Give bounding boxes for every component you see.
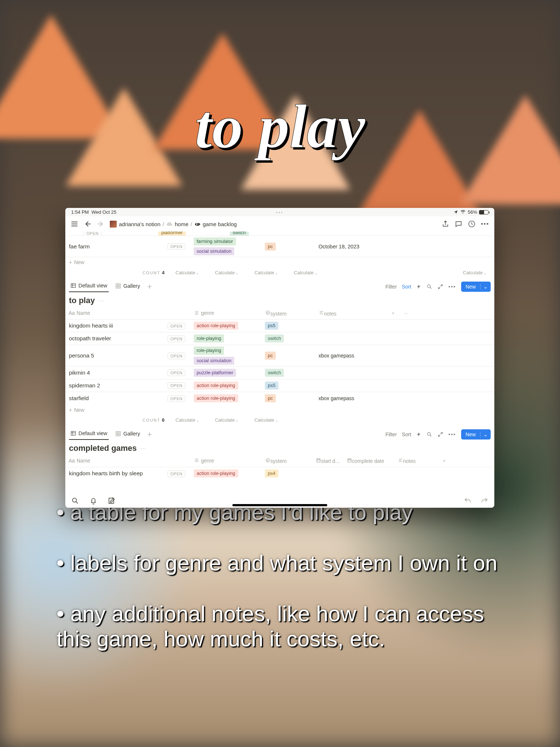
add-row-button[interactable]: +New: [65, 257, 494, 267]
home-indicator[interactable]: [232, 504, 327, 506]
notes-cell[interactable]: xbox gamepass: [316, 394, 387, 403]
table-row[interactable]: kingdom hearts iiiOPENaction role-playin…: [65, 320, 494, 332]
expand-icon[interactable]: [437, 284, 443, 290]
open-page-button[interactable]: OPEN: [167, 382, 185, 389]
search-icon[interactable]: [426, 431, 432, 437]
tag[interactable]: switch: [265, 369, 284, 377]
table-row[interactable]: spiderman 2OPENaction role-playingps5: [65, 379, 494, 392]
notes-cell[interactable]: [316, 384, 387, 387]
sidebar-toggle-icon[interactable]: [70, 220, 78, 228]
tag-system[interactable]: pc: [265, 243, 276, 251]
filter-button[interactable]: Filter: [385, 431, 397, 437]
row-title[interactable]: octopath traveler: [69, 335, 111, 342]
tag[interactable]: ps5: [265, 322, 278, 330]
search-icon[interactable]: [426, 284, 432, 290]
add-row-button[interactable]: +New: [65, 405, 494, 415]
row-title[interactable]: persona 5: [69, 352, 94, 359]
tag[interactable]: role-playing: [194, 334, 224, 342]
tag[interactable]: ps4: [265, 469, 278, 477]
add-view-button[interactable]: [147, 284, 152, 290]
comments-icon[interactable]: [455, 220, 463, 228]
tab-gallery[interactable]: Gallery: [114, 282, 142, 292]
calculate-menu[interactable]: Calculate⌄: [246, 417, 286, 423]
database-title[interactable]: completed games: [69, 444, 137, 453]
tag[interactable]: ps5: [265, 382, 278, 390]
more-icon[interactable]: •••: [448, 431, 456, 437]
chevron-down-icon[interactable]: ⌄: [480, 431, 491, 437]
row-title[interactable]: fae farm: [69, 243, 90, 250]
new-button[interactable]: New ⌄: [461, 282, 491, 292]
sort-button[interactable]: Sort: [402, 284, 412, 290]
tab-default-view[interactable]: Default view: [69, 281, 109, 292]
crumb-page[interactable]: game backlog: [203, 221, 237, 227]
row-title[interactable]: starfield: [69, 395, 89, 402]
calculate-menu[interactable]: Calculate⌄: [207, 417, 246, 423]
table-row[interactable]: kingdom hearts birth by sleepOPENaction …: [65, 467, 494, 480]
notifications-icon[interactable]: [89, 497, 97, 505]
breadcrumb[interactable]: adrianna's notion / home / game backlog: [110, 221, 237, 228]
notes-cell[interactable]: xbox gamepass: [316, 351, 387, 360]
notes-cell[interactable]: [316, 371, 387, 374]
tag[interactable]: social simulation: [194, 357, 234, 365]
tag[interactable]: action role-playing: [194, 322, 238, 330]
automations-icon[interactable]: [416, 431, 421, 437]
calculate-menu[interactable]: Calculate⌄: [286, 270, 325, 275]
tag[interactable]: puzzle-platformer: [194, 369, 236, 377]
open-page-button[interactable]: OPEN: [167, 369, 185, 376]
sort-button[interactable]: Sort: [402, 431, 412, 437]
row-title[interactable]: kingdom hearts birth by sleep: [69, 470, 143, 477]
tag[interactable]: pc: [265, 394, 276, 402]
add-column-button[interactable]: +: [387, 310, 399, 316]
table-row[interactable]: fae farm OPEN farming simulator social s…: [65, 236, 494, 257]
table-row[interactable]: persona 5OPENrole-playingsocial simulati…: [65, 345, 494, 366]
column-more-icon[interactable]: ···: [399, 310, 412, 316]
db-more-icon[interactable]: ···: [99, 297, 104, 304]
tag-genre[interactable]: social simulation: [194, 247, 234, 255]
tag[interactable]: pc: [265, 352, 276, 360]
back-button[interactable]: [84, 220, 92, 228]
calculate-menu[interactable]: Calculate⌄: [167, 417, 207, 423]
database-title[interactable]: to play: [69, 296, 95, 305]
calculate-menu[interactable]: Calculate⌄: [207, 270, 246, 275]
add-column-button[interactable]: +: [438, 458, 451, 464]
chevron-down-icon[interactable]: ⌄: [480, 284, 491, 290]
automations-icon[interactable]: [416, 284, 421, 290]
open-page-button[interactable]: OPEN: [167, 336, 185, 342]
expand-icon[interactable]: [437, 431, 443, 437]
open-page-button[interactable]: OPEN: [167, 471, 185, 477]
table-row[interactable]: octopath travelerOPENrole-playingswitch: [65, 332, 494, 345]
tag[interactable]: switch: [265, 334, 284, 342]
db-more-icon[interactable]: ···: [140, 445, 146, 452]
forward-button[interactable]: [97, 220, 105, 228]
tag[interactable]: action role-playing: [194, 382, 238, 390]
table-row[interactable]: pikmin 4OPENpuzzle-platformerswitch: [65, 367, 494, 379]
notes-cell[interactable]: [316, 324, 387, 327]
share-icon[interactable]: [441, 220, 449, 228]
tag[interactable]: action role-playing: [194, 469, 238, 477]
calculate-menu[interactable]: Calculate⌄: [167, 270, 207, 275]
add-view-button[interactable]: [147, 431, 152, 437]
open-page-button[interactable]: OPEN: [167, 243, 185, 250]
updates-icon[interactable]: [468, 220, 476, 228]
tab-gallery[interactable]: Gallery: [114, 429, 142, 440]
open-page-button[interactable]: OPEN: [167, 323, 185, 329]
new-page-icon[interactable]: [108, 497, 116, 505]
tag[interactable]: action role-playing: [194, 394, 238, 402]
search-icon[interactable]: [71, 497, 79, 505]
calculate-menu[interactable]: Calculate⌄: [455, 270, 494, 275]
notes-cell[interactable]: [316, 337, 387, 340]
table-row[interactable]: starfieldOPENaction role-playingpcxbox g…: [65, 392, 494, 405]
row-title[interactable]: pikmin 4: [69, 369, 90, 376]
filter-button[interactable]: Filter: [385, 284, 397, 290]
open-page-button[interactable]: OPEN: [167, 353, 185, 359]
redo-icon[interactable]: [480, 497, 488, 505]
tag[interactable]: role-playing: [194, 347, 224, 355]
row-title[interactable]: spiderman 2: [69, 382, 100, 389]
calculate-menu[interactable]: Calculate⌄: [246, 270, 286, 275]
row-title[interactable]: kingdom hearts iii: [69, 322, 113, 329]
new-button[interactable]: New ⌄: [461, 429, 491, 440]
tab-default-view[interactable]: Default view: [69, 429, 109, 440]
tag-genre[interactable]: farming simulator: [194, 237, 236, 245]
undo-icon[interactable]: [464, 497, 472, 505]
open-page-button[interactable]: OPEN: [167, 395, 185, 402]
